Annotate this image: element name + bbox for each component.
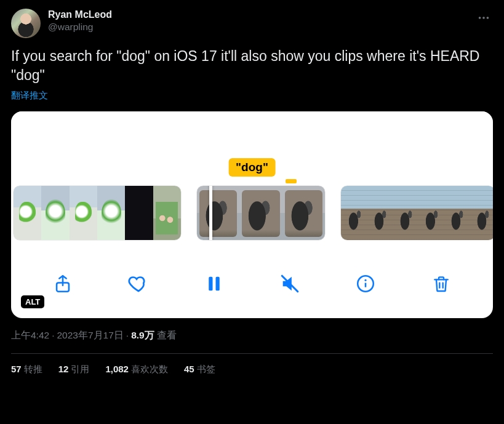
tweet-text: If you search for "dog" on iOS 17 it'll … — [11, 47, 493, 85]
author-block[interactable]: Ryan McLeod @warpling — [48, 9, 112, 33]
thumbnail — [341, 186, 367, 240]
thumbnail — [282, 186, 325, 240]
share-icon — [52, 273, 73, 294]
avatar[interactable] — [11, 9, 41, 38]
info-button[interactable] — [351, 269, 380, 298]
tweet-meta[interactable]: 上午4:42·2023年7月17日·8.9万 查看 — [11, 329, 493, 342]
likes-stat[interactable]: 1,082喜欢次数 — [105, 364, 168, 375]
heart-icon — [127, 273, 150, 295]
clip-group-2[interactable] — [197, 186, 325, 240]
alt-badge[interactable]: ALT — [21, 295, 44, 308]
trash-icon — [431, 274, 451, 294]
views-label: 查看 — [157, 330, 177, 340]
thumbnail — [444, 186, 470, 240]
thumbnail — [469, 186, 493, 240]
thumbnail — [367, 186, 393, 240]
info-icon — [355, 273, 376, 294]
svg-rect-4 — [209, 277, 212, 291]
tweet-time: 上午4:42 — [11, 330, 49, 340]
media-attachment[interactable]: "dog" — [11, 111, 493, 318]
tweet-container: Ryan McLeod @warpling If you search for … — [0, 0, 504, 384]
thumbnail — [418, 186, 444, 240]
bookmarks-stat[interactable]: 45书签 — [184, 364, 215, 375]
thumbnail — [392, 186, 418, 240]
svg-point-9 — [365, 279, 367, 281]
tweet-date: 2023年7月17日 — [57, 330, 123, 340]
playhead[interactable] — [209, 186, 212, 240]
views-count: 8.9万 — [131, 330, 154, 340]
delete-button[interactable] — [426, 269, 456, 298]
pause-button[interactable] — [199, 269, 229, 298]
tweet-header: Ryan McLeod @warpling — [11, 9, 493, 38]
thumbnail — [70, 186, 97, 240]
mute-button[interactable] — [275, 269, 305, 298]
share-button[interactable] — [48, 269, 78, 298]
pause-icon — [205, 274, 223, 293]
thumbnail — [41, 186, 69, 240]
retweets-stat[interactable]: 57转推 — [11, 364, 42, 375]
ellipsis-icon — [477, 11, 490, 25]
thumbnail — [14, 186, 41, 240]
thumbnail — [125, 186, 153, 240]
clip-group-1[interactable] — [14, 186, 181, 240]
author-handle: @warpling — [48, 21, 112, 33]
media-toolbar — [11, 262, 493, 306]
thumbnail — [239, 186, 282, 240]
thumbnail — [97, 186, 125, 240]
search-tag-bubble: "dog" — [228, 158, 276, 177]
speaker-muted-icon — [279, 273, 300, 294]
svg-point-1 — [482, 17, 485, 19]
media-whitespace — [11, 111, 493, 166]
translate-link[interactable]: 翻译推文 — [11, 90, 48, 102]
quotes-stat[interactable]: 12引用 — [58, 364, 90, 375]
thumbnail — [197, 186, 239, 240]
svg-rect-5 — [215, 277, 219, 291]
thumbnail — [153, 186, 181, 240]
divider — [11, 353, 493, 354]
video-scrubber[interactable] — [11, 186, 493, 240]
svg-point-2 — [487, 17, 489, 19]
stats-row: 57转推 12引用 1,082喜欢次数 45书签 — [11, 364, 493, 375]
search-tag-marker — [286, 179, 297, 183]
svg-point-0 — [479, 17, 481, 19]
more-options-button[interactable] — [474, 9, 493, 27]
author-display-name: Ryan McLeod — [48, 9, 112, 21]
like-button[interactable] — [124, 269, 153, 298]
clip-group-3[interactable] — [341, 186, 493, 240]
